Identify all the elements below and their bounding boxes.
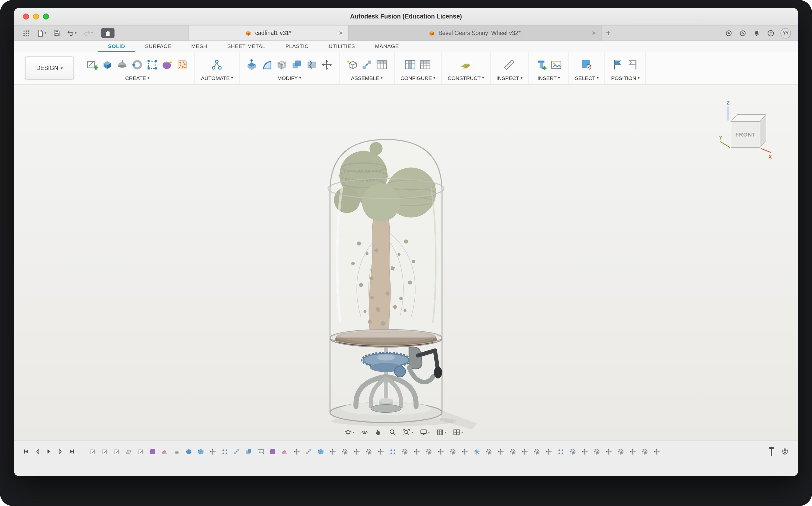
tool-extrude-icon[interactable] xyxy=(101,59,113,71)
group-dropdown-position[interactable]: POSITION▾ xyxy=(611,75,639,81)
timeline-feature-move-icon[interactable] xyxy=(353,448,361,455)
timeline-feature-move-icon[interactable] xyxy=(545,448,552,455)
timeline-feature-gear-icon[interactable] xyxy=(341,448,349,455)
timeline-feature-box-icon[interactable] xyxy=(197,448,204,455)
timeline-feature-eraser-icon[interactable] xyxy=(281,448,288,455)
group-dropdown-configure[interactable]: CONFIGURE▾ xyxy=(400,75,435,81)
design-menu-button[interactable]: DESIGN ▾ xyxy=(25,57,74,80)
ribbon-tab-plastic[interactable]: PLASTIC xyxy=(275,41,319,52)
timeline-feature-move-icon[interactable] xyxy=(653,448,660,455)
timeline-feature-move-icon[interactable] xyxy=(209,448,216,455)
timeline-feature-move-icon[interactable] xyxy=(605,448,613,455)
tool-shell-icon[interactable] xyxy=(275,59,288,71)
timeline-feature-image-icon[interactable] xyxy=(257,448,265,455)
tool-bounding-box-icon[interactable] xyxy=(146,59,159,71)
timeline-feature-move-icon[interactable] xyxy=(497,448,505,455)
qa-save-button[interactable] xyxy=(50,25,63,40)
status-notifications-bell-button[interactable] xyxy=(753,29,760,37)
playback-step-forward-button[interactable] xyxy=(58,448,64,454)
status-help-button[interactable]: ? xyxy=(767,29,775,37)
nav-display-settings-button[interactable]: ▾ xyxy=(420,428,430,436)
ribbon-tab-utilities[interactable]: UTILITIES xyxy=(319,41,365,52)
timeline-feature-gear-icon[interactable] xyxy=(449,448,456,455)
timeline-feature-move-icon[interactable] xyxy=(329,448,337,455)
ribbon-tab-mesh[interactable]: MESH xyxy=(181,41,217,52)
timeline-feature-move-icon[interactable] xyxy=(293,448,300,455)
close-tab-icon[interactable] xyxy=(591,30,596,36)
tool-revert-position-icon[interactable] xyxy=(627,59,639,71)
timeline-feature-gear-icon[interactable] xyxy=(365,448,372,455)
timeline-feature-form-icon[interactable] xyxy=(269,448,276,455)
nav-orbit-button[interactable]: ▾ xyxy=(344,428,355,436)
timeline-feature-move-icon[interactable] xyxy=(413,448,421,455)
tool-configuration-icon[interactable] xyxy=(404,59,417,71)
timeline-feature-joint-icon[interactable] xyxy=(233,448,241,455)
qa-redo-button[interactable]: ▾ xyxy=(81,25,95,40)
playback-step-back-button[interactable] xyxy=(34,448,40,454)
timeline-feature-sphere-icon[interactable] xyxy=(185,448,192,455)
timeline-feature-move-icon[interactable] xyxy=(461,448,468,455)
timeline-feature-plane-icon[interactable] xyxy=(125,448,132,455)
group-dropdown-inspect[interactable]: INSPECT▾ xyxy=(497,75,523,81)
tool-capture-position-icon[interactable] xyxy=(612,59,624,71)
tool-create-form-icon[interactable] xyxy=(161,59,174,71)
titlebar[interactable]: Autodesk Fusion (Education License) xyxy=(14,8,798,25)
timeline-feature-gear-icon[interactable] xyxy=(533,448,541,455)
group-dropdown-select[interactable]: SELECT▾ xyxy=(575,75,599,81)
nav-look-at-button[interactable] xyxy=(361,428,368,436)
timeline-feature-revolve-icon[interactable] xyxy=(173,448,180,455)
nav-pan-button[interactable] xyxy=(375,428,382,436)
minimize-window-button[interactable] xyxy=(33,13,39,19)
tool-new-component-icon[interactable] xyxy=(346,59,358,71)
tool-measure-icon[interactable] xyxy=(503,59,516,71)
tool-fillet-icon[interactable] xyxy=(261,59,273,71)
timeline-feature-gear-icon[interactable] xyxy=(617,448,625,455)
timeline-feature-move-icon[interactable] xyxy=(437,448,445,455)
group-dropdown-modify[interactable]: MODIFY▾ xyxy=(277,75,301,81)
timeline-feature-joint-icon[interactable] xyxy=(305,448,312,455)
tool-combine-icon[interactable] xyxy=(290,59,303,71)
nav-viewports-button[interactable]: ▾ xyxy=(453,428,463,436)
close-window-button[interactable] xyxy=(23,13,29,19)
tool-insert-fastener-icon[interactable] xyxy=(535,59,547,71)
group-dropdown-insert[interactable]: INSERT▾ xyxy=(538,75,560,81)
timeline-feature-box-icon[interactable] xyxy=(317,448,325,455)
model-terrarium[interactable] xyxy=(311,133,481,440)
timeline-feature-combine-icon[interactable] xyxy=(245,448,253,455)
timeline-feature-gear-icon[interactable] xyxy=(425,448,433,455)
qa-apps-grid-button[interactable] xyxy=(20,25,32,40)
qa-undo-button[interactable]: ▾ xyxy=(64,25,79,40)
tool-joint-icon[interactable] xyxy=(361,59,373,71)
status-extensions-button[interactable] xyxy=(725,29,732,37)
timeline-feature-gear-icon[interactable] xyxy=(593,448,601,455)
zoom-window-button[interactable] xyxy=(43,13,49,19)
timeline-feature-gear-icon[interactable] xyxy=(641,448,648,455)
timeline-feature-sketch-icon[interactable] xyxy=(89,448,96,455)
tool-press-pull-icon[interactable] xyxy=(246,59,258,71)
ribbon-tab-solid[interactable]: SOLID xyxy=(98,41,135,52)
ribbon-tab-surface[interactable]: SURFACE xyxy=(135,41,181,52)
viewcube-front-face[interactable]: FRONT xyxy=(735,132,756,138)
viewport-canvas[interactable]: Z Y X FRONT ▾▾▾▾▾ xyxy=(14,84,798,440)
tool-automate-icon[interactable] xyxy=(211,59,223,71)
timeline-feature-move-icon[interactable] xyxy=(377,448,384,455)
document-tab-2[interactable]: Bevel Gears Sonny_Wheel v32* xyxy=(348,25,601,40)
timeline-feature-gear-icon[interactable] xyxy=(509,448,517,455)
new-tab-button[interactable]: + xyxy=(601,25,615,40)
nav-zoom-button[interactable] xyxy=(389,428,396,436)
ribbon-tab-sheet-metal[interactable]: SHEET METAL xyxy=(217,41,275,52)
group-dropdown-create[interactable]: CREATE▾ xyxy=(125,75,150,81)
nav-grid-snaps-button[interactable]: ▾ xyxy=(436,428,447,436)
tool-configuration-table-icon[interactable] xyxy=(419,59,432,71)
timeline-feature-sketch-icon[interactable] xyxy=(113,448,120,455)
timeline-feature-sketch-icon[interactable] xyxy=(137,448,145,455)
group-dropdown-construct[interactable]: CONSTRUCT▾ xyxy=(448,75,484,81)
status-job-status-clock-button[interactable] xyxy=(739,29,746,37)
tool-insert-canvas-icon[interactable] xyxy=(550,59,562,71)
group-dropdown-assemble[interactable]: ASSEMBLE▾ xyxy=(351,75,382,81)
timeline-feature-move-icon[interactable] xyxy=(581,448,589,455)
playback-skip-to-start-button[interactable] xyxy=(23,448,29,454)
timeline-feature-gear-icon[interactable] xyxy=(401,448,409,455)
tool-volumetric-lattice-icon[interactable] xyxy=(176,59,188,71)
nav-fit-button[interactable]: ▾ xyxy=(403,428,413,436)
